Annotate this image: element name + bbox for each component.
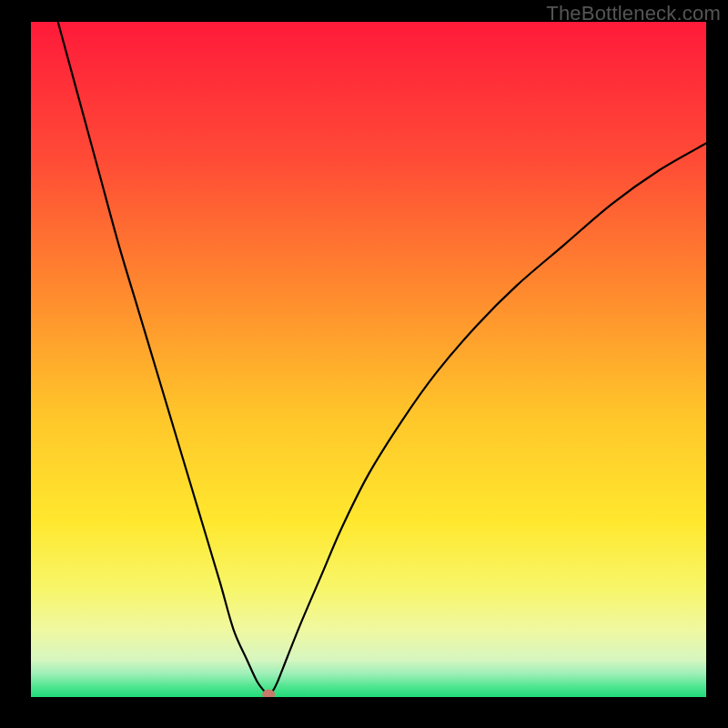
plot-area	[31, 22, 706, 697]
gradient-background	[31, 22, 706, 697]
chart-canvas	[31, 22, 706, 697]
watermark-text: TheBottleneck.com	[546, 2, 721, 25]
